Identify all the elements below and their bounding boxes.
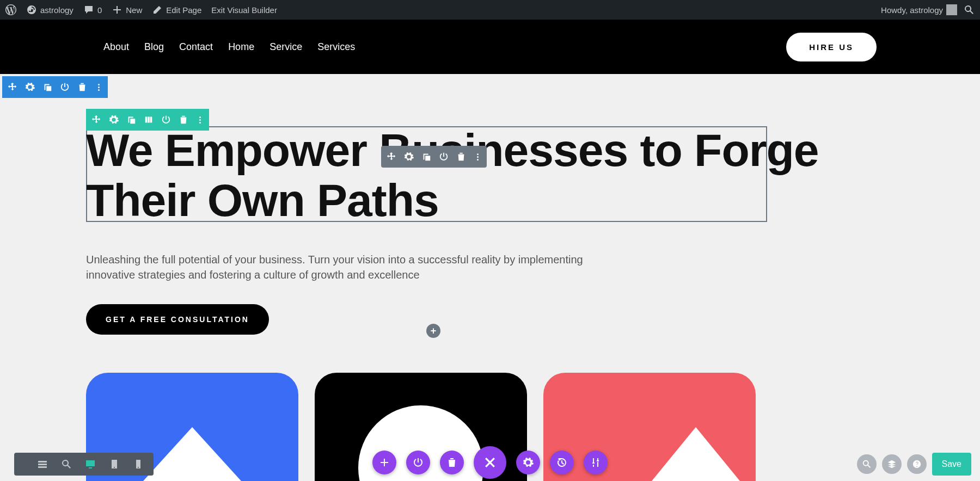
nav-contact[interactable]: Contact xyxy=(179,41,213,53)
plus-icon xyxy=(112,4,122,15)
module-toolbar xyxy=(381,146,487,168)
power-icon xyxy=(413,457,424,468)
move-icon[interactable] xyxy=(8,82,17,92)
history-icon xyxy=(556,457,567,468)
more-icon[interactable] xyxy=(95,84,102,91)
exit-builder-link[interactable]: Exit Visual Builder xyxy=(211,5,277,15)
search-toggle[interactable] xyxy=(964,4,975,15)
trash-icon[interactable] xyxy=(456,152,466,162)
gear-icon[interactable] xyxy=(25,82,35,92)
search-icon xyxy=(964,4,975,15)
power-button[interactable] xyxy=(406,451,430,474)
more-icon[interactable] xyxy=(474,153,481,161)
gear-icon[interactable] xyxy=(109,115,119,125)
site-name: astrology xyxy=(40,5,74,15)
primary-menu: About Blog Contact Home Service Services xyxy=(103,41,355,53)
adjust-button[interactable] xyxy=(584,451,608,474)
plus-icon xyxy=(379,457,390,468)
move-icon[interactable] xyxy=(387,152,396,162)
avatar xyxy=(946,4,957,15)
sliders-icon xyxy=(590,457,601,468)
exit-builder-label: Exit Visual Builder xyxy=(211,5,277,15)
search-icon xyxy=(862,459,872,469)
close-icon xyxy=(483,455,497,470)
nav-services[interactable]: Services xyxy=(317,41,355,53)
gear-icon xyxy=(523,457,534,468)
power-icon[interactable] xyxy=(439,152,449,162)
add-module-button[interactable]: + xyxy=(426,324,440,338)
new-label: New xyxy=(126,5,142,15)
builder-actions xyxy=(372,446,608,479)
clear-button[interactable] xyxy=(440,451,464,474)
page-content: We Empower Businesses to Forge Their Own… xyxy=(0,125,980,481)
zoom-icon[interactable] xyxy=(61,459,72,470)
wp-logo[interactable] xyxy=(5,4,16,15)
save-button[interactable]: Save xyxy=(932,453,971,476)
layers-icon xyxy=(887,459,897,469)
power-icon[interactable] xyxy=(161,115,171,125)
close-builder-button[interactable] xyxy=(474,446,506,479)
hero-paragraph: Unleashing the full potential of your bu… xyxy=(86,252,603,282)
edit-page-label: Edit Page xyxy=(166,5,201,15)
nav-home[interactable]: Home xyxy=(228,41,254,53)
tablet-icon[interactable] xyxy=(109,459,120,470)
duplicate-icon[interactable] xyxy=(42,82,52,92)
move-icon[interactable] xyxy=(91,115,101,125)
more-icon[interactable] xyxy=(196,116,204,124)
account-link[interactable]: Howdy, astrology xyxy=(881,4,957,15)
phone-icon[interactable] xyxy=(133,459,144,470)
duplicate-icon[interactable] xyxy=(126,115,136,125)
consultation-button[interactable]: GET A FREE CONSULTATION xyxy=(86,304,269,335)
greeting-label: Howdy, astrology xyxy=(881,5,943,15)
page-settings-button[interactable] xyxy=(516,451,540,474)
comment-icon xyxy=(83,4,94,15)
nav-blog[interactable]: Blog xyxy=(144,41,164,53)
help-button[interactable] xyxy=(907,454,927,474)
duplicate-icon[interactable] xyxy=(421,152,431,162)
trash-icon xyxy=(446,457,457,468)
wp-admin-bar: astrology 0 New Edit Page Exit Visual Bu… xyxy=(0,0,980,20)
power-icon[interactable] xyxy=(60,82,70,92)
dashboard-icon xyxy=(26,4,37,15)
pencil-icon xyxy=(152,4,163,15)
comments-count: 0 xyxy=(97,5,102,15)
wordpress-icon xyxy=(5,4,16,15)
site-name-link[interactable]: astrology xyxy=(26,4,74,15)
trash-icon[interactable] xyxy=(179,115,188,125)
history-button[interactable] xyxy=(550,451,574,474)
search-button[interactable] xyxy=(857,454,877,474)
columns-icon[interactable] xyxy=(144,115,154,125)
edit-page-link[interactable]: Edit Page xyxy=(152,4,201,15)
nav-about[interactable]: About xyxy=(103,41,129,53)
view-controls xyxy=(14,453,154,476)
gear-icon[interactable] xyxy=(404,152,414,162)
layers-button[interactable] xyxy=(882,454,902,474)
site-navigation: About Blog Contact Home Service Services… xyxy=(0,20,980,74)
trash-icon[interactable] xyxy=(77,82,87,92)
question-icon xyxy=(912,459,922,469)
add-button[interactable] xyxy=(372,451,396,474)
wireframe-icon[interactable] xyxy=(37,459,48,470)
save-controls: Save xyxy=(857,453,971,476)
nav-service[interactable]: Service xyxy=(270,41,302,53)
row-toolbar xyxy=(86,109,209,131)
new-link[interactable]: New xyxy=(112,4,142,15)
desktop-icon[interactable] xyxy=(85,459,96,470)
hire-us-button[interactable]: HIRE US xyxy=(786,33,877,61)
comments-link[interactable]: 0 xyxy=(83,4,102,15)
hero-heading[interactable]: We Empower Businesses to Forge Their Own… xyxy=(86,125,894,226)
section-toolbar xyxy=(2,76,108,98)
